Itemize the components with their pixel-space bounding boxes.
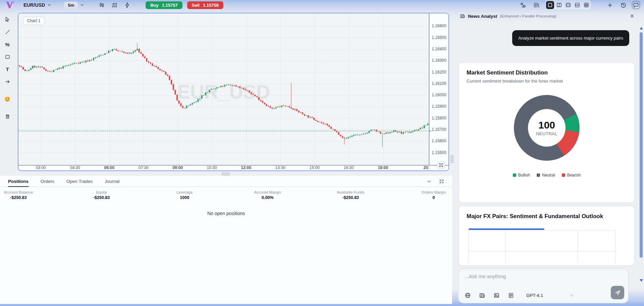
chat-bubble-icon — [633, 2, 639, 8]
app-logo-icon — [5, 1, 15, 9]
divider — [58, 2, 58, 8]
divider — [138, 2, 138, 8]
symbol-selector[interactable]: EUR/USD — [23, 2, 52, 8]
cursor-tool-button[interactable] — [3, 15, 12, 24]
image-attach-icon[interactable] — [493, 292, 500, 299]
layout-grid-icon — [583, 2, 589, 8]
layout-two-columns-button[interactable] — [555, 1, 563, 9]
percent-icon: % — [5, 42, 9, 47]
stat-equity: Equity-$250.83 — [87, 190, 117, 200]
stat-leverage: Leverage1000 — [169, 190, 200, 200]
chart-panel[interactable]: Chart 1 — [18, 13, 449, 171]
history-button[interactable] — [619, 1, 628, 9]
layout-two-rows-button[interactable] — [564, 1, 572, 9]
expand-panel-button[interactable] — [439, 179, 444, 184]
chat-panel-toggle[interactable] — [632, 1, 640, 9]
add-chart-button[interactable] — [605, 1, 614, 9]
layout-grid-button[interactable] — [582, 1, 590, 9]
account-tabs: Positions Orders Open Trades Journal — [0, 176, 452, 187]
sentiment-card-title: Market Sentiment Distribution — [467, 69, 627, 76]
buy-price: 1.15757 — [162, 3, 178, 8]
model-selector[interactable]: GPT-4.1 — [526, 293, 574, 298]
sentiment-donut-chart: 100 NEUTRAL — [514, 95, 580, 161]
arrow-tool-button[interactable] — [3, 77, 12, 86]
donut-center-label: NEUTRAL — [536, 131, 557, 136]
indicators-button[interactable] — [110, 1, 119, 9]
notes-icon[interactable] — [508, 292, 514, 299]
tab-orders[interactable]: Orders — [41, 176, 54, 187]
text-icon: T — [6, 66, 9, 72]
scrollbar-thumb[interactable] — [640, 32, 643, 258]
rectangle-icon — [5, 54, 10, 60]
chat-composer[interactable]: GPT-4.1 — [458, 268, 629, 303]
stat-account-margin: Account Margin0.00% — [253, 190, 283, 200]
chart-badge[interactable]: Chart 1 — [23, 17, 44, 25]
delete-drawings-button[interactable] — [3, 112, 12, 121]
chat-input[interactable] — [465, 273, 609, 279]
layout-columns-icon — [556, 2, 562, 8]
fib-tool-button[interactable]: % — [3, 40, 12, 49]
donut-center-value: 100 — [538, 119, 555, 131]
tab-journal[interactable]: Journal — [105, 176, 119, 187]
donut-center: 100 NEUTRAL — [528, 109, 566, 147]
composer-toolbar: GPT-4.1 — [465, 292, 574, 299]
model-label: GPT-4.1 — [526, 293, 543, 298]
candlestick-chart[interactable] — [18, 13, 448, 170]
symbol-label: EUR/USD — [23, 2, 45, 8]
send-button[interactable] — [611, 286, 624, 299]
arrow-icon — [5, 79, 10, 85]
cursor-icon — [4, 16, 10, 22]
stat-account-balance: Account Balance-$250.83 — [3, 190, 34, 200]
quick-trade-button[interactable] — [122, 1, 132, 9]
timeframe-selector[interactable]: 5m — [64, 2, 85, 9]
sentiment-card: Market Sentiment Distribution Current se… — [459, 62, 635, 203]
history-clock-icon — [620, 2, 627, 8]
account-stats: Account Balance-$250.83 Equity-$250.83 L… — [0, 187, 452, 200]
panel-actions — [426, 176, 444, 187]
tab-open-trades[interactable]: Open Trades — [66, 176, 93, 187]
layout-switcher — [545, 0, 591, 10]
table-skeleton — [469, 231, 615, 263]
news-panel-header: News Analyst (Enhanced • Parallel Proces… — [454, 10, 640, 22]
chart-fullscreen-button[interactable] — [437, 161, 445, 169]
web-search-icon[interactable] — [465, 292, 471, 299]
text-tool-button[interactable]: T — [3, 64, 12, 74]
bearish-swatch — [562, 173, 565, 177]
panel-scrollbar[interactable] — [639, 27, 643, 282]
chevron-down-icon — [80, 3, 85, 7]
scroll-up-arrow[interactable] — [640, 27, 643, 30]
empty-positions-message: No open positions — [0, 211, 452, 216]
library-icon — [533, 2, 540, 8]
news-attach-icon[interactable] — [479, 292, 485, 299]
collapse-panel-button[interactable] — [426, 179, 432, 184]
chart-style-button[interactable] — [97, 1, 106, 9]
rectangle-tool-button[interactable] — [3, 52, 12, 61]
chevron-down-icon — [47, 3, 52, 7]
watchlist-button[interactable] — [532, 1, 541, 9]
layout-rows-3-icon — [574, 2, 580, 8]
buy-button[interactable]: Buy 1.15757 — [146, 1, 182, 9]
donut-legend: Bullish Neutral Bearish — [467, 173, 627, 177]
emoji-tool-button[interactable] — [3, 94, 12, 104]
sell-button[interactable]: Sell 1.15758 — [187, 1, 223, 9]
newspaper-icon — [460, 13, 465, 19]
chevron-down-icon — [569, 293, 574, 298]
close-icon[interactable] — [630, 13, 635, 18]
scroll-down-arrow[interactable] — [640, 279, 643, 282]
layout-three-rows-button[interactable] — [573, 1, 581, 9]
tab-positions[interactable]: Positions — [8, 176, 29, 187]
stat-orders-margin: Orders Margin0 — [419, 190, 449, 200]
layout-single-button[interactable] — [546, 1, 554, 9]
top-toolbar: EUR/USD 5m Buy 1.15757 Sell 1.15758 — [0, 0, 644, 10]
divider — [91, 2, 91, 8]
trash-icon — [5, 114, 10, 119]
candlestick-style-icon — [99, 2, 105, 8]
trend-line-tool-button[interactable] — [3, 27, 12, 37]
legend-bearish: Bearish — [562, 173, 581, 177]
panel-resize-handle-vertical[interactable] — [450, 155, 454, 163]
link-charts-button[interactable] — [518, 1, 528, 9]
panel-resize-handle-horizontal[interactable] — [222, 172, 230, 176]
legend-neutral: Neutral — [537, 173, 555, 177]
user-message-bubble: Analyze market sentiment across major cu… — [512, 30, 629, 46]
buy-label: Buy — [150, 3, 159, 8]
